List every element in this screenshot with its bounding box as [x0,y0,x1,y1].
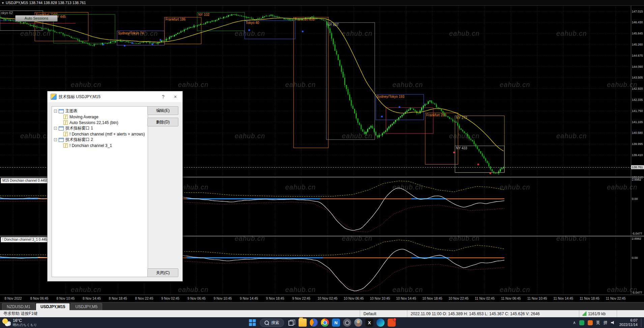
indicator-icon [63,115,68,119]
tree-item-moving-average[interactable]: Moving Average [53,114,147,120]
tree-expander-icon[interactable]: - [54,110,57,113]
time-axis-label: 8 Nov 10:45 [56,297,75,300]
svg-text:NY 102: NY 102 [198,13,210,17]
chart-window-icon [59,109,64,113]
search-box[interactable]: 搜索 [260,319,284,327]
x-app-icon[interactable]: X [365,319,374,327]
tree-item-main-chart[interactable]: - 主图表 [53,108,147,114]
time-axis-label: 8 Nov 14:45 [83,297,101,300]
connection-traffic: 1161/9 kb [588,311,606,316]
time-axis-label: 10 Nov 06:45 [344,297,364,300]
tray-app-green-icon[interactable] [579,320,584,325]
chrome-icon[interactable] [321,319,329,327]
search-icon [265,321,269,325]
tree-expander-icon[interactable]: - [54,127,57,130]
tree-item-donchian-3-1[interactable]: ! Donchian channel 3_1 [53,143,147,148]
tree-item-indicator-window-2[interactable]: - 技术指标窗口 2 [53,137,147,143]
tree-item-donchian-mtf[interactable]: ! Donchian channel (mtf + alerts + arrow… [53,131,147,137]
close-button[interactable]: 关闭(C) [147,268,178,277]
price-axis-label: 141.165 [632,120,643,124]
price-axis-label: 141.750 [632,109,643,113]
price-axis-label: 142.335 [632,98,643,101]
metatrader-window: ▼USDJPY,M15 138.744 138.828 138.713 138.… [0,0,644,328]
osc-axis-label: -5.0477 [632,232,642,235]
tree-expander-icon[interactable]: - [54,138,57,141]
indicator2-title: ! Donchian channel 3_1 0.4455 [1,237,51,242]
price-axis-label: 142.920 [632,87,643,90]
windows-taskbar: 16°C 晴れのちくもり 搜索 NX ∧ 英 拼 6:07 2022/11/14 [0,317,644,328]
price-axis-label: 139.410 [632,153,643,157]
time-axis-label: 11 Nov 22:45 [606,297,626,300]
status-help-text: 寻求帮助 请按F1键 [0,310,360,317]
status-bar-ohlc: 2022.11.09 11:00 O: 145.389 H: 145.653 L… [407,310,522,317]
firefox-icon[interactable] [310,319,318,327]
time-axis-label: 11 Nov 18:45 [580,297,599,300]
tree-item-label: 技术指标窗口 2 [65,137,93,143]
clock-date: 2022/11/14 [619,323,638,327]
hidden-icons-chevron[interactable]: ∧ [573,320,576,325]
status-profile[interactable]: Default [360,310,407,317]
edit-button[interactable]: 编辑(E) [147,106,178,115]
tab-nzdusd-m1[interactable]: NZDUSD,M1 [2,303,35,310]
time-axis-label: 9 Nov 02:45 [161,297,179,300]
task-view-icon[interactable] [288,319,296,327]
tree-item-label: 主图表 [65,108,78,114]
ime-mode-indicator[interactable]: 拼 [604,320,608,326]
osc-axis-label: -5.0477 [632,291,642,294]
tray-app-orange-icon[interactable] [588,320,593,325]
edge-icon[interactable] [377,319,385,327]
auto-sessions-button[interactable]: Auto Sessions [15,15,58,22]
price-axis-label: 140.580 [632,131,643,135]
tree-item-auto-sessions[interactable]: Auto Sessions 22,145 (btn) [53,120,147,125]
dialog-close-button[interactable]: × [170,91,180,102]
price-axis-label: 146.430 [632,21,643,24]
indicator-icon [63,132,68,136]
mail-app-icon[interactable] [388,319,396,327]
clock[interactable]: 6:07 2022/11/14 [619,318,638,327]
chart-title-text: USDJPY,M15 138.744 138.828 138.713 138.7… [6,1,86,5]
time-axis-label: 11 Nov 02:45 [475,297,495,300]
svg-text:Frankfurt 289: Frankfurt 289 [426,113,446,117]
camera-app-icon[interactable] [343,319,351,327]
tree-item-label: 技术指标窗口 1 [65,125,93,131]
ime-language-indicator[interactable]: 英 [596,320,600,326]
indicator1-title: M15 Donchian channel 0.4455 [1,178,50,183]
chart-window-icon [59,126,64,130]
weather-widget[interactable]: 16°C 晴れのちくもり [2,317,37,328]
tab-usdjpy-m5[interactable]: USDJPY,M5 [70,303,102,310]
tree-item-label: ! Donchian channel (mtf + alerts + arrow… [69,132,145,137]
chart-tabs-bar: NZDUSD,M1 USDJPY,M15 USDJPY,M5 [0,302,644,310]
chart-title-bar[interactable]: ▼USDJPY,M15 138.744 138.828 138.713 138.… [0,0,644,6]
indicator-tree[interactable]: - 主图表 Moving Average Auto Sessions 22,14… [52,106,148,277]
svg-text:Sydney/Tokyo 74: Sydney/Tokyo 74 [118,31,144,35]
volume-icon[interactable] [611,321,616,325]
svg-text:Frankfurt 608: Frankfurt 608 [295,18,315,21]
status-connection[interactable]: 1161/9 kb [579,310,617,317]
delete-button[interactable]: 删除(D) [147,118,178,126]
tree-item-indicator-window-1[interactable]: - 技术指标窗口 1 [53,125,147,131]
svg-text:NY 433: NY 433 [456,146,467,150]
time-axis-label: 10 Nov 18:45 [422,297,442,300]
dialog-help-button[interactable]: ? [158,91,168,102]
chart-collapse-icon[interactable]: ▼ [1,1,4,5]
indicator-icon [63,143,68,148]
file-explorer-icon[interactable] [299,319,307,327]
price-axis-label: 145.260 [632,43,643,46]
time-axis[interactable]: 8 Nov 20228 Nov 06:458 Nov 10:458 Nov 14… [0,295,644,302]
time-axis-label: 11 Nov 10:45 [527,297,547,300]
app-n-icon[interactable]: N [332,319,340,327]
user-avatar-icon[interactable] [354,319,362,327]
tree-item-label: Auto Sessions 22,145 (btn) [69,120,118,125]
search-label: 搜索 [271,320,280,326]
time-axis-label: 9 Nov 10:45 [214,297,232,300]
show-desktop-button[interactable] [641,318,643,327]
time-axis-label: 9 Nov 18:45 [266,297,284,300]
tab-usdjpy-m15[interactable]: USDJPY,M15 [36,303,70,310]
indicator-dialog-icon [51,94,57,100]
start-button[interactable] [248,319,257,327]
indicators-dialog: 技术指标 USDJPY,M15 ? × - 主图表 Moving Average… [47,91,183,281]
time-axis-label: 8 Nov 2022 [4,297,22,300]
dialog-titlebar[interactable]: 技术指标 USDJPY,M15 ? × [48,91,182,102]
price-axis[interactable]: 147.015146.430145.845145.260144.675144.0… [631,6,644,295]
time-axis-label: 11 Nov 14:45 [553,297,573,300]
